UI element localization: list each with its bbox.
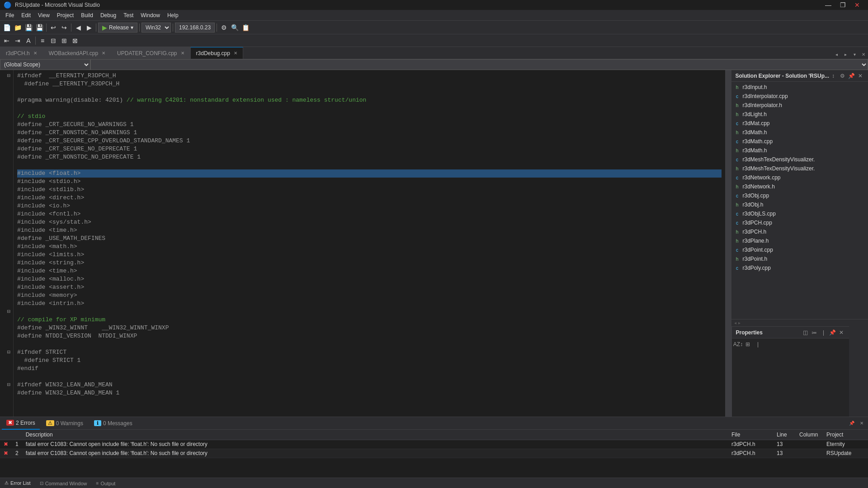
tree-item-r3dmath-h[interactable]: h r3dMath.h: [731, 128, 868, 137]
tree-item-r3dpoint-h[interactable]: h r3dPoint.h: [731, 254, 868, 263]
tree-item-r3dobjls-cpp[interactable]: c r3dObjLS.cpp: [731, 209, 868, 218]
props-btn2[interactable]: ≔: [810, 328, 818, 337]
tree-item-r3dinput-h[interactable]: h r3dInput.h: [731, 83, 868, 92]
col-description-header[interactable]: Description: [22, 430, 728, 440]
editor-scrollbar[interactable]: [725, 70, 731, 417]
open-file-button[interactable]: 📁: [13, 23, 23, 33]
col-icon-header[interactable]: [0, 430, 12, 440]
save-button[interactable]: 💾: [24, 23, 33, 33]
sec-btn3[interactable]: A: [24, 36, 33, 46]
se-sync-button[interactable]: ↕: [829, 72, 837, 80]
props-view-btn[interactable]: |: [754, 340, 762, 348]
tree-item-r3dpoint-cpp[interactable]: c r3dPoint.cpp: [731, 245, 868, 254]
tree-item-r3dmath-cpp[interactable]: c r3dMath.cpp: [731, 137, 868, 146]
undo-button[interactable]: ↩: [48, 23, 58, 33]
se-close-button[interactable]: ✕: [856, 72, 864, 80]
view-command-tab[interactable]: ⊡ Command Window: [35, 478, 92, 488]
warnings-tab[interactable]: ⚠ 0 Warnings: [42, 417, 88, 430]
sec-btn5[interactable]: ⊟: [48, 36, 58, 46]
sec-btn6[interactable]: ⊞: [59, 36, 69, 46]
error-row-1[interactable]: ✖ 1 fatal error C1083: Cannot open inclu…: [0, 440, 868, 449]
sec-btn1[interactable]: ⇤: [2, 36, 12, 46]
forward-button[interactable]: ▶: [84, 23, 94, 33]
new-file-button[interactable]: 📄: [2, 23, 12, 33]
tree-item-r3dplane-h[interactable]: h r3dPlane.h: [731, 236, 868, 245]
tab-list-button[interactable]: ▾: [850, 50, 859, 59]
props-btn1[interactable]: ◫: [801, 328, 809, 337]
error-list-close-button[interactable]: ✕: [857, 419, 866, 428]
platform-select[interactable]: Win32: [142, 23, 171, 33]
tab-close-all[interactable]: ✕: [859, 50, 868, 59]
code-content-area[interactable]: #ifndef __ETERNITY_R3DPCH_H #define __ET…: [14, 70, 725, 417]
tree-item-r3dnetwork-h[interactable]: h r3dNetwork.h: [731, 182, 868, 191]
tree-item-r3dinterpolator-cpp[interactable]: c r3dInterpolator.cpp: [731, 92, 868, 101]
error-list-pin-button[interactable]: 📌: [847, 419, 856, 428]
tree-item-r3dlight-h[interactable]: h r3dLight.h: [731, 110, 868, 119]
tree-item-r3dinterpolator-h[interactable]: h r3dInterpolator.h: [731, 101, 868, 110]
props-pin-button[interactable]: 📌: [828, 328, 836, 337]
tree-item-r3dmat-cpp[interactable]: c r3dMat.cpp: [731, 119, 868, 128]
minimize-button[interactable]: —: [821, 0, 835, 10]
redo-button[interactable]: ↪: [59, 23, 69, 33]
tree-item-r3dnetwork-cpp[interactable]: c r3dNetwork.cpp: [731, 173, 868, 182]
code-editor[interactable]: ⊟: [0, 70, 731, 417]
col-column-header[interactable]: Column: [796, 430, 823, 440]
tree-item-meshtex-h[interactable]: h r3dMeshTexDensityVisualizer.: [731, 164, 868, 173]
scope-right-select[interactable]: [90, 59, 868, 70]
toolbar-extra1[interactable]: ⚙: [219, 23, 229, 33]
back-button[interactable]: ◀: [73, 23, 83, 33]
col-file-header[interactable]: File: [728, 430, 773, 440]
tab-updater-config[interactable]: UPDATER_CONFIG.cpp ✕: [111, 47, 190, 59]
toolbar-extra3[interactable]: 📋: [241, 23, 250, 33]
props-category-btn[interactable]: ⊞: [744, 340, 752, 348]
props-sort-btn[interactable]: AZ↕: [734, 340, 742, 348]
sec-btn7[interactable]: ⊠: [70, 36, 80, 46]
window-controls[interactable]: — ❐ ✕: [821, 0, 864, 10]
menu-help[interactable]: Help: [164, 10, 182, 21]
tab-close-icon[interactable]: ✕: [181, 51, 184, 56]
tab-wobackendapi[interactable]: WOBackendAPI.cpp ✕: [43, 47, 111, 59]
tab-close-icon[interactable]: ✕: [33, 51, 37, 56]
view-output-tab[interactable]: ≡ Output: [92, 478, 120, 488]
menu-window[interactable]: Window: [137, 10, 164, 21]
tree-item-r3dobj-h[interactable]: h r3dObj.h: [731, 200, 868, 209]
menu-build[interactable]: Build: [77, 10, 97, 21]
col-num-header[interactable]: [12, 430, 22, 440]
tree-item-r3dmath2-h[interactable]: h r3dMath.h: [731, 146, 868, 155]
tree-item-r3dpch-h[interactable]: h r3dPCH.h: [731, 227, 868, 236]
messages-tab[interactable]: ℹ 0 Messages: [90, 417, 137, 430]
tab-r3dpch-h[interactable]: r3dPCH.h ✕: [0, 47, 43, 59]
tree-item-r3dpch-cpp[interactable]: c r3dPCH.cpp: [731, 218, 868, 227]
play-release-button[interactable]: ▶ Release ▾: [98, 23, 137, 33]
tab-close-icon[interactable]: ✕: [102, 51, 105, 56]
close-button[interactable]: ✕: [850, 0, 864, 10]
se-expand-left[interactable]: ◂: [733, 320, 737, 325]
tab-scroll-left[interactable]: ◂: [832, 50, 841, 59]
toolbar-extra2[interactable]: 🔍: [230, 23, 240, 33]
tab-scroll-right[interactable]: ▸: [841, 50, 850, 59]
se-props-button[interactable]: ⚙: [838, 72, 846, 80]
sec-btn2[interactable]: ⇥: [13, 36, 23, 46]
menu-file[interactable]: File: [2, 10, 18, 21]
col-line-header[interactable]: Line: [773, 430, 796, 440]
props-close-button[interactable]: ✕: [837, 328, 845, 337]
tree-item-r3dobj-cpp[interactable]: c r3dObj.cpp: [731, 191, 868, 200]
save-all-button[interactable]: 💾: [34, 23, 44, 33]
props-btn3[interactable]: |: [819, 328, 827, 337]
col-project-header[interactable]: Project: [823, 430, 868, 440]
menu-debug[interactable]: Debug: [97, 10, 120, 21]
menu-edit[interactable]: Edit: [18, 10, 34, 21]
se-pin-button[interactable]: 📌: [847, 72, 855, 80]
menu-test[interactable]: Test: [120, 10, 137, 21]
menu-view[interactable]: View: [34, 10, 53, 21]
tree-item-r3dpoly-cpp[interactable]: c r3dPoly.cpp: [731, 263, 868, 272]
se-expand-right[interactable]: ▸: [737, 320, 741, 325]
scope-left-select[interactable]: (Global Scope): [0, 59, 90, 70]
menu-project[interactable]: Project: [53, 10, 77, 21]
tree-item-meshtex-cpp[interactable]: c r3dMeshTexDensityVisualizer.: [731, 155, 868, 164]
sec-btn4[interactable]: ≡: [38, 36, 47, 46]
tab-close-icon[interactable]: ✕: [234, 51, 237, 56]
error-list-tab[interactable]: ✖ 2 Errors: [2, 417, 40, 430]
error-row-2[interactable]: ✖ 2 fatal error C1083: Cannot open inclu…: [0, 449, 868, 458]
maximize-button[interactable]: ❐: [835, 0, 850, 10]
